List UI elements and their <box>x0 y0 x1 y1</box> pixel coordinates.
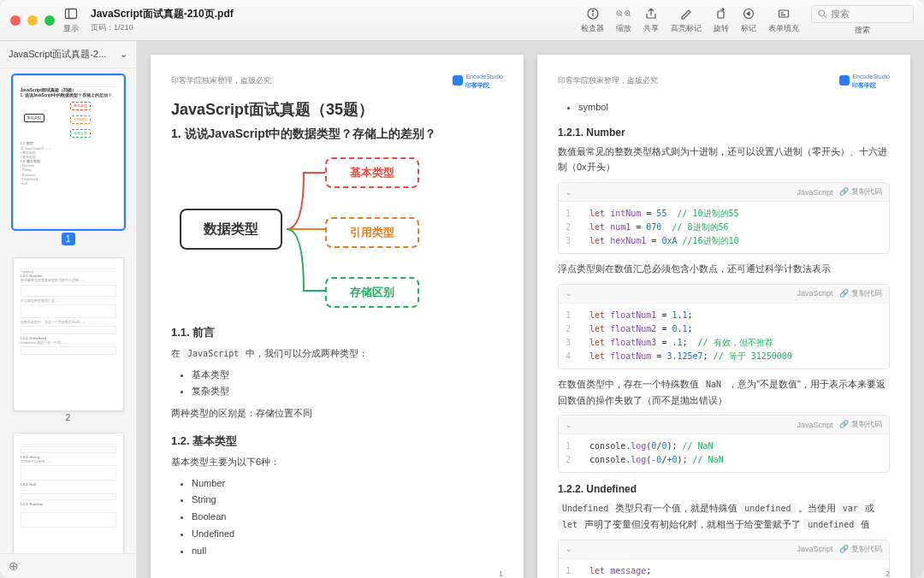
svg-point-17 <box>819 10 825 16</box>
code-block: ⌄JavaScript🔗 复制代码 1 let message; 2 conso… <box>558 540 890 578</box>
section-1-2-1: 1.2.1. Number <box>558 127 890 139</box>
rotate-button[interactable]: 旋转 <box>714 6 729 34</box>
rotate-icon <box>714 6 729 21</box>
form-fill-button[interactable]: 表单填充 <box>768 6 799 34</box>
list: 基本类型复杂类型 <box>171 367 503 401</box>
show-label: 显示 <box>63 23 79 34</box>
doc-title: JavaScript面试真题（35题） <box>171 99 503 120</box>
page-indicator: 页码：1/210 <box>91 22 270 33</box>
add-page-button[interactable]: ⊕ <box>0 553 136 578</box>
share-button[interactable]: 共享 <box>643 6 659 34</box>
sidebar: JavaScript面试真题-2... ⌄ JavaScript面试真题（35题… <box>0 41 137 578</box>
doc-header-text: 印客学院独家整理，盗版必究 <box>171 75 271 86</box>
svg-line-6 <box>621 15 623 17</box>
highlight-icon <box>678 6 694 21</box>
show-toggle[interactable]: 显示 <box>63 6 79 34</box>
thumbnail-2[interactable]: • symbol1.2.1. Number数值最常见的整数类型格式则为十进制……… <box>13 257 124 411</box>
page-1: 印客学院独家整理，盗版必究 EncodeStudio印客学院 JavaScrip… <box>151 55 524 578</box>
window-controls <box>10 15 55 26</box>
section-1-1: 1.1. 前言 <box>171 325 503 340</box>
svg-point-4 <box>592 10 593 11</box>
code-block: ⌄JavaScript🔗 复制代码 1 console.log(0/0); //… <box>558 415 890 473</box>
thumbnail-3[interactable]: 1.2.3. String字符串可以使用…… 1.2.4. Null…… 1.2… <box>13 433 124 553</box>
filename: JavaScript面试真题-210页.pdf <box>91 7 270 21</box>
para: 在 JavaScript 中，我们可以分成两种类型： <box>171 345 503 362</box>
inspector-button[interactable]: 检查器 <box>581 6 604 34</box>
maximize-button[interactable] <box>44 15 55 26</box>
search-input[interactable]: 搜索 <box>811 5 914 23</box>
svg-rect-12 <box>718 11 724 18</box>
section-1-2-2: 1.2.2. Undefined <box>558 483 890 495</box>
info-icon <box>585 6 601 21</box>
thumbnails: JavaScript面试真题（35题） 1. 说说JavaScript中的数据类… <box>0 68 136 553</box>
data-type-diagram: 数据类型 基本类型 引用类型 存储区别 <box>171 150 503 313</box>
title-area: JavaScript面试真题-210页.pdf 页码：1/210 <box>91 7 270 33</box>
sidebar-icon <box>63 6 79 21</box>
close-button[interactable] <box>10 15 21 26</box>
question-1: 1. 说说JavaScript中的数据类型？存储上的差别？ <box>171 127 503 142</box>
highlight-button[interactable]: 高亮标记 <box>671 6 702 34</box>
minimize-button[interactable] <box>27 15 38 26</box>
page-viewer[interactable]: 印客学院独家整理，盗版必究 EncodeStudio印客学院 JavaScrip… <box>137 41 924 578</box>
svg-line-9 <box>629 15 631 17</box>
search-icon <box>817 9 827 19</box>
list: NumberStringBooleanUndefinednull <box>171 475 503 560</box>
code-block: ⌄JavaScript🔗 复制代码 1 let floatNum1 = 1.1;… <box>558 284 890 369</box>
markup-icon <box>741 6 756 21</box>
svg-line-18 <box>824 15 826 18</box>
pdf-viewer-window: 显示 JavaScript面试真题-210页.pdf 页码：1/210 检查器 … <box>0 0 924 578</box>
form-icon <box>776 6 791 21</box>
sidebar-header[interactable]: JavaScript面试真题-2... ⌄ <box>0 41 136 68</box>
page-2: 印客学院独家整理，盗版必究 EncodeStudio印客学院 symbol 1.… <box>537 55 910 578</box>
svg-rect-0 <box>66 9 77 19</box>
zoom-icon <box>616 6 631 21</box>
titlebar: 显示 JavaScript面试真题-210页.pdf 页码：1/210 检查器 … <box>0 0 924 41</box>
code-block: ⌄JavaScript🔗 复制代码 1 let intNum = 55 // 1… <box>558 182 890 254</box>
search-group: 搜索 搜索 <box>811 5 914 36</box>
markup-button[interactable]: 标记 <box>741 6 756 34</box>
section-1-2: 1.2. 基本类型 <box>171 434 503 449</box>
thumbnail-1[interactable]: JavaScript面试真题（35题） 1. 说说JavaScript中的数据类… <box>13 75 124 229</box>
svg-rect-14 <box>779 10 789 17</box>
chevron-down-icon: ⌄ <box>120 49 127 60</box>
logo: EncodeStudio印客学院 <box>453 72 503 89</box>
zoom-button[interactable]: 缩放 <box>616 6 631 34</box>
share-icon <box>643 6 659 21</box>
